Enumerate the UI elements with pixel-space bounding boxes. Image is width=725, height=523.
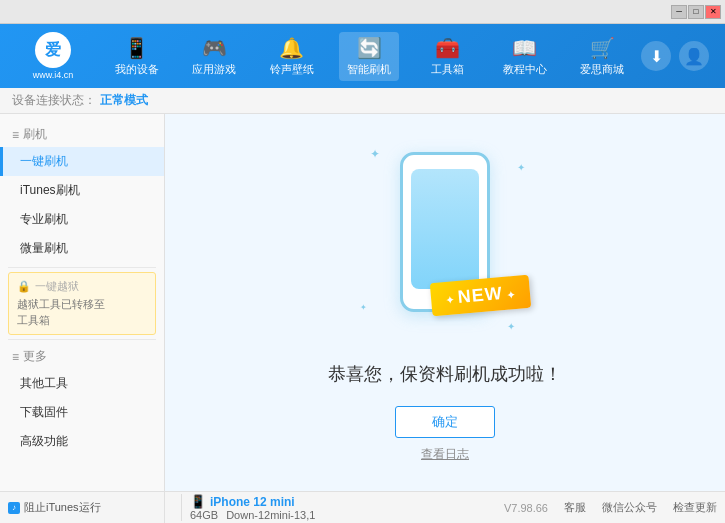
nav-label-device: 我的设备 — [115, 62, 159, 77]
sparkle-3: ✦ — [360, 303, 367, 312]
flash-section-icon: ≡ — [12, 128, 19, 142]
sidebar-item-micro[interactable]: 微量刷机 — [0, 234, 164, 263]
sidebar-divider-2 — [8, 339, 156, 340]
flash-section-label: 刷机 — [23, 126, 47, 143]
status-label: 设备连接状态： — [12, 92, 96, 109]
sparkle-1: ✦ — [370, 147, 380, 161]
nav-right-buttons: ⬇ 👤 — [641, 41, 717, 71]
one-click-label: 一键刷机 — [20, 154, 68, 168]
version-label: V7.98.66 — [504, 502, 548, 514]
close-button[interactable]: ✕ — [705, 5, 721, 19]
device-name: iPhone 12 mini — [210, 495, 295, 509]
itunes-label: iTunes刷机 — [20, 183, 80, 197]
top-navigation: 爱 www.i4.cn 📱 我的设备 🎮 应用游戏 🔔 铃声壁纸 🔄 智能刷机 … — [0, 24, 725, 88]
logo-icon: 爱 — [35, 32, 71, 68]
sidebar-section-more: ≡ 更多 — [0, 344, 164, 369]
profile-button[interactable]: 👤 — [679, 41, 709, 71]
advanced-label: 高级功能 — [20, 434, 68, 448]
more-section-label: 更多 — [23, 348, 47, 365]
nav-items: 📱 我的设备 🎮 应用游戏 🔔 铃声壁纸 🔄 智能刷机 🧰 工具箱 📖 教程中心… — [98, 32, 641, 81]
toolbox-icon: 🧰 — [435, 36, 460, 60]
support-link[interactable]: 客服 — [564, 500, 586, 515]
nav-item-tutorial[interactable]: 📖 教程中心 — [495, 32, 555, 81]
lock-icon: 🔒 — [17, 279, 31, 294]
sidebar-item-other-tools[interactable]: 其他工具 — [0, 369, 164, 398]
status-value: 正常模式 — [100, 92, 148, 109]
nav-label-ringtone: 铃声壁纸 — [270, 62, 314, 77]
smart-flash-icon: 🔄 — [357, 36, 382, 60]
phone-illustration: ✦ ✦ ✦ ✦ NEW — [355, 142, 535, 342]
sidebar-section-flash: ≡ 刷机 — [0, 122, 164, 147]
nav-label-toolbox: 工具箱 — [431, 62, 464, 77]
micro-flash-label: 微量刷机 — [20, 241, 68, 255]
sidebar-item-pro[interactable]: 专业刷机 — [0, 205, 164, 234]
check-update-link[interactable]: 检查更新 — [673, 500, 717, 515]
sidebar-jailbreak-warning: 🔒 一键越狱 越狱工具已转移至工具箱 — [8, 272, 156, 335]
sidebar-item-itunes[interactable]: iTunes刷机 — [0, 176, 164, 205]
confirm-button-label: 确定 — [432, 413, 458, 431]
itunes-bar: ♪ 阻止iTunes运行 — [0, 491, 165, 523]
minimize-button[interactable]: ─ — [671, 5, 687, 19]
itunes-icon: ♪ — [8, 502, 20, 514]
confirm-button[interactable]: 确定 — [395, 406, 495, 438]
nav-item-ringtone[interactable]: 🔔 铃声壁纸 — [262, 32, 322, 81]
nav-item-apps-games[interactable]: 🎮 应用游戏 — [184, 32, 244, 81]
pro-flash-label: 专业刷机 — [20, 212, 68, 226]
main-area: ≡ 刷机 一键刷机 iTunes刷机 专业刷机 微量刷机 🔒 一键越狱 越狱工具… — [0, 114, 725, 491]
download-firmware-label: 下载固件 — [20, 405, 68, 419]
sidebar-divider-1 — [8, 267, 156, 268]
sidebar-item-advanced[interactable]: 高级功能 — [0, 427, 164, 456]
other-tools-label: 其他工具 — [20, 376, 68, 390]
download-button[interactable]: ⬇ — [641, 41, 671, 71]
nav-item-smart-flash[interactable]: 🔄 智能刷机 — [339, 32, 399, 81]
sparkle-2: ✦ — [517, 162, 525, 173]
content-area: ✦ ✦ ✦ ✦ NEW 恭喜您，保资料刷机成功啦！ 确定 查看日志 — [165, 114, 725, 491]
store-icon: 🛒 — [590, 36, 615, 60]
device-firmware: Down-12mini-13,1 — [226, 509, 315, 521]
device-info: 📱 iPhone 12 mini 64GB Down-12mini-13,1 — [181, 494, 315, 521]
tutorial-icon: 📖 — [512, 36, 537, 60]
title-bar: ─ □ ✕ — [0, 0, 725, 24]
nav-label-store: 爱思商城 — [580, 62, 624, 77]
nav-item-toolbox[interactable]: 🧰 工具箱 — [417, 32, 477, 81]
nav-item-store[interactable]: 🛒 爱思商城 — [572, 32, 632, 81]
jailbreak-warning-text: 越狱工具已转移至工具箱 — [17, 297, 147, 328]
maximize-button[interactable]: □ — [688, 5, 704, 19]
new-badge: NEW — [430, 275, 531, 316]
sidebar-item-one-click[interactable]: 一键刷机 — [0, 147, 164, 176]
logo[interactable]: 爱 www.i4.cn — [8, 32, 98, 80]
nav-item-my-device[interactable]: 📱 我的设备 — [107, 32, 167, 81]
device-icon-small: 📱 — [190, 494, 206, 509]
sidebar: ≡ 刷机 一键刷机 iTunes刷机 专业刷机 微量刷机 🔒 一键越狱 越狱工具… — [0, 114, 165, 491]
sidebar-item-download-firmware[interactable]: 下载固件 — [0, 398, 164, 427]
more-section-icon: ≡ — [12, 350, 19, 364]
nav-label-smart-flash: 智能刷机 — [347, 62, 391, 77]
window-controls: ─ □ ✕ — [671, 5, 721, 19]
status-bar: 设备连接状态： 正常模式 — [0, 88, 725, 114]
device-storage: 64GB — [190, 509, 218, 521]
nav-label-apps: 应用游戏 — [192, 62, 236, 77]
nav-label-tutorial: 教程中心 — [503, 62, 547, 77]
wechat-link[interactable]: 微信公众号 — [602, 500, 657, 515]
itunes-label: 阻止iTunes运行 — [24, 500, 101, 515]
apps-icon: 🎮 — [202, 36, 227, 60]
phone-screen — [411, 169, 479, 289]
sparkle-4: ✦ — [507, 321, 515, 332]
logo-url: www.i4.cn — [33, 70, 74, 80]
jailbreak-label: 一键越狱 — [35, 279, 79, 294]
ringtone-icon: 🔔 — [279, 36, 304, 60]
success-message: 恭喜您，保资料刷机成功啦！ — [328, 362, 562, 386]
bottom-right: V7.98.66 客服 微信公众号 检查更新 — [315, 500, 717, 515]
device-icon: 📱 — [124, 36, 149, 60]
view-log-link[interactable]: 查看日志 — [421, 446, 469, 463]
